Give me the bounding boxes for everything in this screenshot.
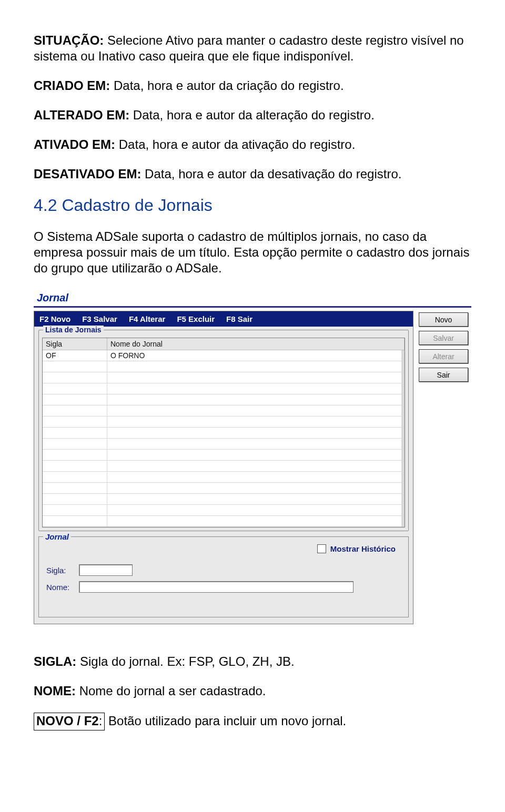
section-heading: 4.2 Cadastro de Jornais [34,196,471,215]
grid-empty-row[interactable] [43,505,405,516]
empty-cell [107,383,405,394]
sair-button[interactable]: Sair [419,368,468,382]
nome-desc-text: Nome do jornal a ser cadastrado. [76,684,266,698]
nome-desc: NOME: Nome do jornal a ser cadastrado. [34,683,471,699]
show-history-row[interactable]: Mostrar Histórico [317,544,396,553]
situacao-label: SITUAÇÃO: [34,33,104,47]
empty-cell [43,494,107,505]
grid-empty-row[interactable] [43,428,405,439]
grid-empty-row[interactable] [43,417,405,428]
jornais-grid[interactable]: Sigla Nome do Jornal OF O FORNO [42,338,405,527]
grid-empty-row[interactable] [43,361,405,372]
empty-cell [107,450,405,461]
empty-cell [43,428,107,439]
grid-data-row[interactable]: OF O FORNO [43,350,405,361]
col-nome[interactable]: Nome do Jornal [107,338,405,350]
grid-empty-row[interactable] [43,394,405,405]
empty-cell [43,394,107,405]
empty-cell [43,361,107,372]
window-title: Jornal [34,290,471,305]
sigla-desc-label: SIGLA: [34,654,76,668]
alterado-label: ALTERADO EM: [34,108,129,122]
novo-button[interactable]: Novo [419,312,468,327]
empty-cell [43,417,107,428]
menu-f3-salvar[interactable]: F3 Salvar [82,314,117,323]
criado-label: CRIADO EM: [34,78,110,93]
menu-f2-novo[interactable]: F2 Novo [39,314,70,323]
novo-desc-box: NOVO / F2: [34,713,105,730]
side-buttons: Novo Salvar Alterar Sair [419,311,468,382]
empty-cell [107,372,405,383]
empty-cell [107,439,405,450]
empty-cell [107,417,405,428]
alterado-paragraph: ALTERADO EM: Data, hora e autor da alter… [34,107,471,123]
list-group: Lista de Jornais Sigla Nome do Jornal OF… [38,330,409,531]
empty-cell [107,394,405,405]
empty-cell [43,461,107,472]
empty-cell [43,516,107,527]
grid-empty-row[interactable] [43,405,405,417]
desativado-label: DESATIVADO EM: [34,167,141,181]
empty-cell [107,405,405,417]
empty-cell [43,472,107,483]
alterado-text: Data, hora e autor da alteração do regis… [129,108,375,122]
empty-cell [107,428,405,439]
grid-empty-row[interactable] [43,383,405,394]
col-sigla[interactable]: Sigla [43,338,107,350]
grid-empty-row[interactable] [43,472,405,483]
desativado-paragraph: DESATIVADO EM: Data, hora e autor da des… [34,166,471,182]
ativado-text: Data, hora e autor da ativação do regist… [115,137,355,151]
cell-nome: O FORNO [107,350,405,361]
empty-cell [107,483,405,494]
nome-desc-label: NOME: [34,684,76,698]
grid-empty-row[interactable] [43,516,405,527]
alterar-button[interactable]: Alterar [419,349,468,363]
menu-f8-sair[interactable]: F8 Sair [226,314,252,323]
empty-cell [107,516,405,527]
menu-f5-excluir[interactable]: F5 Excluir [177,314,215,323]
situacao-paragraph: SITUAÇÃO: Selecione Ativo para manter o … [34,33,471,64]
empty-cell [107,472,405,483]
nome-field-row: Nome: [46,581,401,593]
empty-cell [43,483,107,494]
criado-text: Data, hora e autor da criação do registr… [110,78,344,93]
menubar: F2 Novo F3 Salvar F4 Alterar F5 Excluir … [34,311,413,327]
show-history-label: Mostrar Histórico [330,544,396,553]
empty-cell [43,372,107,383]
grid-empty-row[interactable] [43,494,405,505]
empty-cell [43,450,107,461]
grid-header-row: Sigla Nome do Jornal [43,338,405,350]
novo-desc: NOVO / F2: Botão utilizado para incluir … [34,713,471,730]
grid-empty-row[interactable] [43,439,405,450]
nome-label: Nome: [46,583,74,592]
desativado-text: Data, hora e autor da desativação do reg… [141,167,401,181]
main-panel: F2 Novo F3 Salvar F4 Alterar F5 Excluir … [34,311,413,624]
criado-paragraph: CRIADO EM: Data, hora e autor da criação… [34,78,471,94]
show-history-checkbox[interactable] [317,544,326,553]
sigla-desc: SIGLA: Sigla do jornal. Ex: FSP, GLO, ZH… [34,654,471,669]
salvar-button[interactable]: Salvar [419,331,468,345]
empty-cell [107,505,405,516]
form-legend: Jornal [43,532,71,541]
grid-empty-row[interactable] [43,372,405,383]
empty-cell [107,494,405,505]
menu-f4-alterar[interactable]: F4 Alterar [129,314,165,323]
empty-cell [43,505,107,516]
jornal-screenshot: Jornal F2 Novo F3 Salvar F4 Alterar F5 E… [34,290,471,624]
title-separator [34,306,471,308]
empty-cell [43,439,107,450]
novo-desc-suffix: : [99,714,103,728]
sigla-desc-text: Sigla do jornal. Ex: FSP, GLO, ZH, JB. [76,654,294,668]
sigla-field-row: Sigla: [46,564,401,576]
grid-empty-row[interactable] [43,450,405,461]
nome-input[interactable] [79,581,354,593]
grid-empty-row[interactable] [43,461,405,472]
form-group: Jornal Mostrar Histórico Sigla: Nome: [38,536,409,617]
empty-cell [43,405,107,417]
novo-desc-text: Botão utilizado para incluir um novo jor… [105,714,346,728]
novo-desc-label: NOVO / F2 [36,714,99,728]
ativado-label: ATIVADO EM: [34,137,115,151]
grid-empty-row[interactable] [43,483,405,494]
sigla-input[interactable] [79,564,133,576]
section-description: O Sistema ADSale suporta o cadastro de m… [34,229,471,276]
